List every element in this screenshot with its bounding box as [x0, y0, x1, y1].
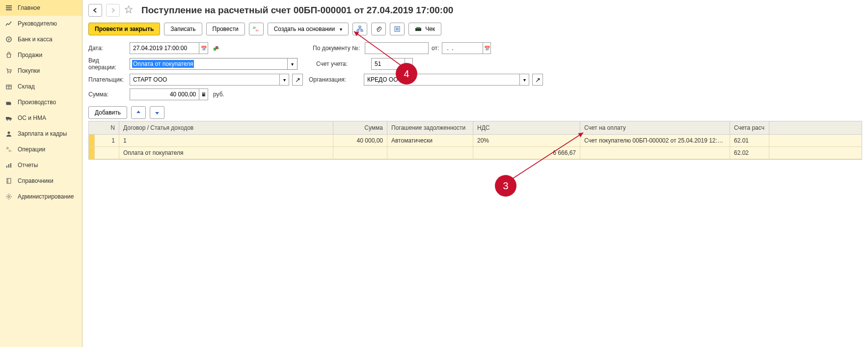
svg-point-15 [8, 196, 10, 198]
col-debt[interactable]: Погашение задолженности [387, 121, 473, 134]
sidebar-item-label: Справочники [18, 177, 54, 184]
sidebar-item-warehouse[interactable]: Склад [0, 79, 82, 94]
sidebar-item-sales[interactable]: Продажи [0, 47, 82, 63]
dropdown-icon[interactable]: ▾ [519, 74, 529, 85]
move-up-button[interactable] [131, 106, 146, 119]
sidebar-item-admin[interactable]: Администрирование [0, 189, 82, 204]
col-n[interactable]: N [95, 121, 119, 134]
cheque-button[interactable]: Чек [408, 23, 441, 35]
open-ref-button[interactable]: ↗ [532, 74, 543, 86]
book-icon [5, 177, 13, 185]
sidebar-item-operations[interactable]: ДтКт Операции [0, 142, 82, 157]
doc-no-field[interactable] [365, 42, 429, 54]
svg-rect-11 [6, 166, 7, 168]
cell-invoice: Счет покупателю 00БП-000002 от 25.04.201… [580, 135, 730, 146]
bars-icon [5, 161, 13, 169]
svg-text:Кт: Кт [9, 149, 12, 152]
nav-back-button[interactable] [88, 4, 102, 17]
print-list-button[interactable] [390, 23, 405, 35]
table-header: N Договор / Статья доходов Сумма Погашен… [89, 121, 862, 135]
op-type-field[interactable]: Оплата от покупателя ▾ [130, 58, 298, 70]
cell-contract: 1 [119, 135, 333, 146]
post-and-close-button[interactable]: Провести и закрыть [88, 23, 160, 35]
sidebar-item-hr[interactable]: Зарплата и кадры [0, 126, 82, 142]
cell-contract2: Оплата от покупателя [119, 147, 333, 159]
sidebar-item-label: Отчеты [18, 162, 38, 169]
sidebar-item-refs[interactable]: Справочники [0, 173, 82, 189]
doc-no-label: По документу №: [313, 45, 362, 52]
write-button[interactable]: Записать [164, 23, 202, 35]
toolbar: Провести и закрыть Записать Провести ДтК… [88, 23, 862, 35]
dtkt-movements-button[interactable]: ДтКт [249, 23, 264, 35]
sidebar-item-label: Склад [18, 83, 35, 90]
cell-acct1: 62.01 [730, 135, 769, 146]
org-input[interactable] [364, 74, 519, 85]
table-row[interactable]: 1 1 40 000,00 Автоматически 20% Счет пок… [89, 135, 862, 147]
cart-icon [5, 67, 13, 75]
coin-icon: ₽ [5, 35, 13, 43]
sidebar-item-label: Операции [18, 146, 45, 153]
sum-field[interactable]: 🖩 [130, 88, 208, 100]
from-date-input[interactable] [442, 43, 483, 54]
payer-field[interactable]: ▾ [130, 74, 289, 86]
col-accounts[interactable]: Счета расч [730, 121, 769, 134]
svg-rect-14 [7, 178, 11, 183]
svg-point-6 [7, 119, 8, 120]
calculator-icon[interactable]: 🖩 [199, 89, 208, 100]
callout-3: 3 [495, 175, 516, 197]
calendar-icon[interactable]: 📅 [199, 43, 208, 54]
col-invoice[interactable]: Счет на оплату [580, 121, 730, 134]
sidebar-item-manager[interactable]: Руководителю [0, 16, 82, 31]
date-sync-icon[interactable] [211, 42, 222, 54]
sidebar-item-production[interactable]: Производство [0, 94, 82, 110]
nav-forward-button[interactable] [106, 4, 120, 17]
col-sum[interactable]: Сумма [333, 121, 387, 134]
org-label: Организация: [309, 76, 348, 83]
date-input[interactable] [130, 43, 199, 54]
svg-rect-19 [357, 30, 359, 31]
svg-point-2 [7, 72, 8, 73]
favorite-star-icon[interactable] [124, 5, 135, 16]
sum-input[interactable] [130, 89, 199, 100]
dtkt-icon: ДтКт [5, 145, 13, 153]
cell-n: 1 [95, 135, 119, 146]
calendar-icon[interactable]: 📅 [483, 43, 490, 54]
post-button[interactable]: Провести [206, 23, 245, 35]
col-nds[interactable]: НДС [473, 121, 580, 134]
sidebar-item-label: Руководителю [18, 20, 57, 27]
svg-rect-23 [416, 27, 420, 29]
create-based-on-button[interactable]: Создать на основании [268, 23, 349, 35]
sidebar-item-purchases[interactable]: Покупки [0, 63, 82, 79]
sidebar-item-reports[interactable]: Отчеты [0, 157, 82, 173]
svg-rect-12 [8, 164, 9, 168]
dropdown-icon[interactable]: ▾ [279, 74, 289, 85]
account-label: Счет учета: [316, 60, 354, 67]
main-content: Поступление на расчетный счет 00БП-00000… [82, 0, 868, 347]
add-row-button[interactable]: Добавить [88, 106, 127, 119]
sidebar-item-bank[interactable]: ₽ Банк и касса [0, 31, 82, 47]
attach-button[interactable] [371, 23, 386, 35]
svg-rect-25 [216, 46, 218, 49]
box-icon [5, 83, 13, 90]
move-down-button[interactable] [150, 106, 164, 119]
doc-no-input[interactable] [365, 43, 428, 54]
col-contract[interactable]: Договор / Статья доходов [119, 121, 333, 134]
payer-input[interactable] [130, 74, 279, 85]
op-type-value: Оплата от покупателя [132, 60, 194, 68]
table-row[interactable]: Оплата от покупателя 6 666,67 62.02 [89, 147, 862, 159]
table-toolbar: Добавить [88, 106, 862, 119]
org-field[interactable]: ▾ [364, 74, 529, 86]
sidebar-item-main[interactable]: Главное [0, 0, 82, 16]
truck-icon [5, 114, 13, 122]
open-ref-button[interactable]: ↗ [292, 74, 303, 86]
sum-label: Сумма: [88, 91, 127, 98]
date-field[interactable]: 📅 [130, 42, 208, 54]
structure-button[interactable] [353, 23, 367, 35]
sidebar-item-assets[interactable]: ОС и НМА [0, 110, 82, 126]
dropdown-icon[interactable]: ▾ [287, 58, 297, 69]
from-date-field[interactable]: 📅 [442, 42, 491, 54]
sidebar-item-label: Администрирование [18, 193, 74, 200]
chart-line-icon [5, 20, 13, 28]
cell-nds: 20% [473, 135, 580, 146]
cell-sum: 40 000,00 [333, 135, 387, 146]
